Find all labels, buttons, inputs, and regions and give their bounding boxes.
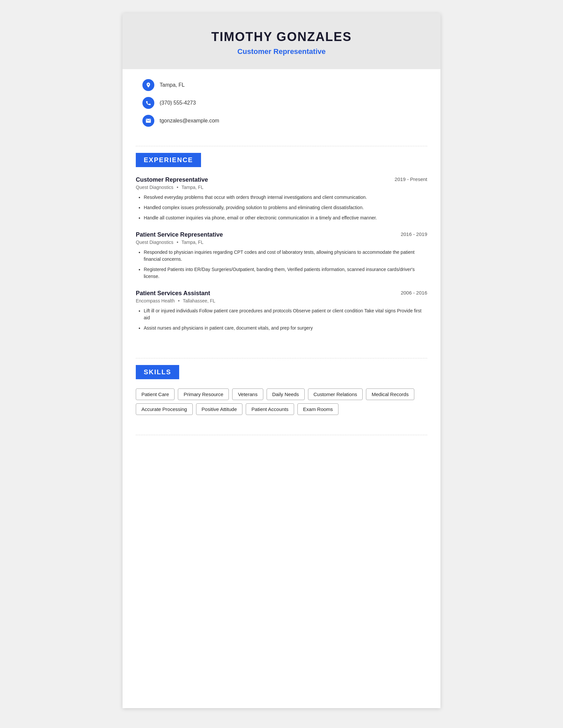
job-title-2: Patient Service Representative [136, 231, 223, 238]
candidate-title: Customer Representative [136, 47, 427, 56]
email-svg [145, 118, 151, 124]
job-dates-2: 2016 - 2019 [401, 231, 427, 237]
resume-container: TIMOTHY GONZALES Customer Representative… [122, 13, 441, 708]
contact-section: Tampa, FL (370) 555-4273 tgonzales@examp… [122, 69, 441, 139]
contact-email: tgonzales@example.com [142, 115, 421, 127]
location-icon [142, 79, 154, 91]
job-company-2: Quest Diagnostics • Tampa, FL [136, 240, 427, 245]
experience-entry-2: Patient Service Representative 2016 - 20… [136, 231, 427, 280]
resume-header: TIMOTHY GONZALES Customer Representative [122, 13, 441, 69]
company-name-3: Encompass Health [136, 298, 175, 303]
bullet-2-2: Registered Patients into ER/Day Surgerie… [144, 266, 427, 280]
company-location-1: Tampa, FL [181, 185, 203, 190]
company-location-3: Tallahassee, FL [183, 298, 215, 303]
contact-divider [136, 146, 427, 146]
job-bullets-2: Responded to physician inquiries regardi… [136, 249, 427, 280]
skills-section: SKILLS Patient Care Primary Resource Vet… [122, 365, 441, 428]
phone-text: (370) 555-4273 [160, 100, 196, 106]
bullet-2-1: Responded to physician inquiries regardi… [144, 249, 427, 263]
contact-location: Tampa, FL [142, 79, 421, 91]
phone-icon [142, 97, 154, 109]
bullet-1-3: Handle all customer inquiries via phone,… [144, 214, 427, 221]
job-dates-1: 2019 - Present [395, 176, 427, 182]
skill-tag-6: Accurate Processing [136, 403, 193, 415]
company-name-2: Quest Diagnostics [136, 240, 173, 245]
job-company-3: Encompass Health • Tallahassee, FL [136, 298, 427, 303]
skill-tag-1: Primary Resource [178, 388, 229, 400]
skill-tag-7: Positive Attitude [196, 403, 243, 415]
exp-header-1: Customer Representative 2019 - Present [136, 176, 427, 183]
job-company-1: Quest Diagnostics • Tampa, FL [136, 185, 427, 190]
experience-entry-3: Patient Services Assistant 2006 - 2016 E… [136, 290, 427, 332]
skill-tag-2: Veterans [232, 388, 263, 400]
location-svg [145, 82, 151, 88]
experience-title: EXPERIENCE [136, 153, 201, 167]
skill-tag-8: Patient Accounts [246, 403, 294, 415]
job-title-3: Patient Services Assistant [136, 290, 210, 297]
email-icon [142, 115, 154, 127]
bullet-1-2: Handled complex issues professionally, p… [144, 204, 427, 211]
bullet-1-1: Resolved everyday problems that occur wi… [144, 194, 427, 201]
job-title-1: Customer Representative [136, 176, 208, 183]
skill-tag-3: Daily Needs [266, 388, 305, 400]
job-bullets-1: Resolved everyday problems that occur wi… [136, 194, 427, 221]
job-dates-3: 2006 - 2016 [401, 290, 427, 296]
job-bullets-3: Lift ill or injured individuals Follow p… [136, 307, 427, 332]
contact-phone: (370) 555-4273 [142, 97, 421, 109]
candidate-name: TIMOTHY GONZALES [136, 30, 427, 44]
bottom-divider [136, 435, 427, 435]
phone-svg [145, 100, 151, 106]
exp-header-2: Patient Service Representative 2016 - 20… [136, 231, 427, 238]
experience-entry-1: Customer Representative 2019 - Present Q… [136, 176, 427, 221]
skill-tag-9: Exam Rooms [298, 403, 339, 415]
skill-tag-0: Patient Care [136, 388, 174, 400]
exp-header-3: Patient Services Assistant 2006 - 2016 [136, 290, 427, 297]
location-text: Tampa, FL [160, 82, 185, 88]
skills-title: SKILLS [136, 365, 179, 379]
experience-section: EXPERIENCE Customer Representative 2019 … [122, 153, 441, 351]
skills-tags-container: Patient Care Primary Resource Veterans D… [136, 388, 427, 415]
skills-divider [136, 358, 427, 358]
company-name-1: Quest Diagnostics [136, 185, 173, 190]
bullet-3-2: Assist nurses and physicians in patient … [144, 325, 427, 332]
bullet-3-1: Lift ill or injured individuals Follow p… [144, 307, 427, 321]
email-text: tgonzales@example.com [160, 118, 219, 124]
skill-tag-5: Medical Records [366, 388, 414, 400]
skill-tag-4: Customer Relations [308, 388, 363, 400]
company-location-2: Tampa, FL [181, 240, 203, 245]
